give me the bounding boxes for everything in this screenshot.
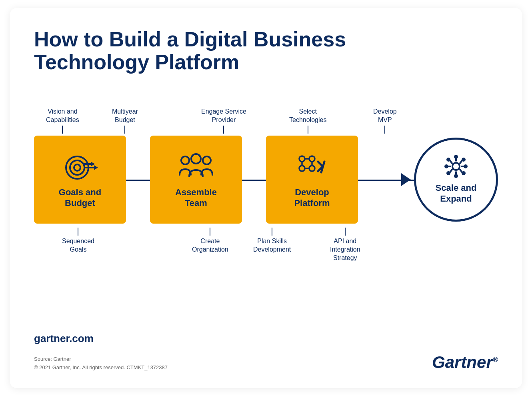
- svg-point-9: [191, 154, 201, 164]
- gear-icon: [442, 155, 470, 179]
- main-card: How to Build a Digital Business Technolo…: [10, 8, 522, 388]
- svg-point-34: [446, 171, 450, 175]
- scale-label: Scale andExpand: [436, 182, 477, 204]
- label-vision: Vision andCapabilities: [46, 108, 79, 134]
- svg-point-31: [464, 164, 468, 168]
- svg-point-35: [462, 171, 466, 175]
- develop-label: DevelopPlatform: [294, 187, 330, 209]
- top-labels-row: Vision andCapabilities MultiyearBudget E…: [34, 94, 498, 134]
- label-sequenced: SequencedGoals: [62, 228, 94, 254]
- spacer-1: [126, 179, 150, 180]
- footer-bottom: Source: Gartner © 2021 Gartner, Inc. All…: [34, 353, 498, 372]
- bottom-labels-row: SequencedGoals CreateOrganization Plan S…: [34, 228, 498, 276]
- platform-icon: [294, 151, 330, 183]
- label-multiyear: MultiyearBudget: [112, 108, 138, 134]
- svg-point-30: [444, 164, 448, 168]
- spacer-2: [242, 179, 266, 180]
- assemble-label: AssembleTeam: [175, 187, 217, 209]
- svg-point-11: [309, 156, 315, 162]
- goals-label: Goals andBudget: [59, 187, 101, 209]
- gartner-logo: Gartner®: [432, 353, 498, 372]
- svg-point-13: [309, 166, 315, 171]
- svg-point-10: [299, 156, 305, 162]
- page-title: How to Build a Digital Business Technolo…: [34, 28, 498, 74]
- goals-box: Goals andBudget: [34, 136, 126, 224]
- title-line2: Technology Platform: [34, 50, 239, 74]
- svg-point-7: [181, 156, 189, 164]
- svg-point-29: [454, 174, 458, 178]
- target-icon: [62, 151, 98, 183]
- label-create-org: CreateOrganization: [192, 228, 228, 254]
- develop-box: DevelopPlatform: [266, 136, 358, 224]
- label-develop-mvp: DevelopMVP: [373, 108, 397, 134]
- label-engage: Engage ServiceProvider: [201, 108, 246, 134]
- label-api: API andIntegrationStrategy: [330, 228, 360, 262]
- scale-circle: Scale andExpand: [414, 138, 498, 222]
- team-icon: [178, 151, 214, 183]
- svg-point-28: [454, 155, 458, 159]
- source-line2: © 2021 Gartner, Inc. All rights reserved…: [34, 364, 168, 370]
- svg-point-19: [452, 163, 460, 170]
- source-text: Source: Gartner © 2021 Gartner, Inc. All…: [34, 355, 168, 372]
- svg-point-33: [462, 158, 466, 162]
- svg-point-2: [74, 164, 80, 171]
- assemble-box: AssembleTeam: [150, 136, 242, 224]
- svg-point-12: [299, 166, 305, 171]
- svg-point-8: [203, 156, 211, 164]
- label-select: SelectTechnologies: [289, 108, 326, 134]
- flow-row: Goals andBudget: [34, 134, 498, 226]
- label-plan-skills: Plan SkillsDevelopment: [253, 228, 291, 254]
- gartner-logo-text: Gartner: [432, 353, 493, 372]
- svg-point-32: [446, 158, 450, 162]
- footer: gartner.com Source: Gartner © 2021 Gartn…: [34, 332, 498, 372]
- title-line1: How to Build a Digital Business: [34, 28, 346, 51]
- gartner-url: gartner.com: [34, 332, 498, 345]
- source-line1: Source: Gartner: [34, 356, 71, 362]
- svg-marker-4: [94, 165, 98, 170]
- arrow-to-circle: [401, 173, 411, 186]
- svg-point-1: [70, 160, 84, 175]
- diagram-area: Vision andCapabilities MultiyearBudget E…: [34, 94, 498, 324]
